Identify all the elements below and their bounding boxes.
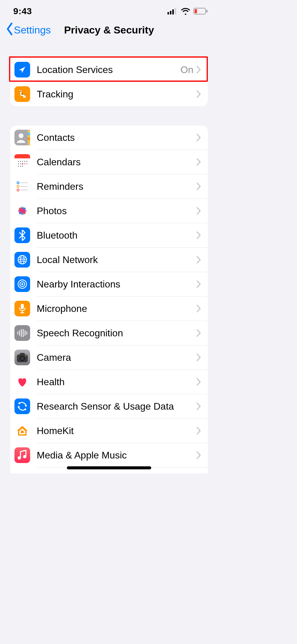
svg-rect-10 (28, 138, 30, 140)
svg-point-19 (27, 161, 27, 162)
homekit-icon (14, 423, 30, 439)
svg-rect-14 (14, 157, 30, 158)
section-app-permissions: ContactsCalendarsRemindersPhotosBluetoot… (10, 125, 208, 474)
svg-point-72 (18, 456, 21, 460)
row-label: Camera (37, 352, 196, 363)
music-icon (14, 447, 30, 463)
chevron-right-icon (196, 207, 201, 215)
page-title: Privacy & Security (64, 24, 154, 36)
settings-row-microphone[interactable]: Microphone (10, 297, 208, 321)
status-indicators (167, 8, 208, 15)
location-arrow-icon (14, 62, 30, 78)
microphone-icon (14, 301, 30, 316)
camera-icon (14, 350, 30, 365)
chevron-right-icon (196, 158, 201, 166)
status-bar: 9:43 (0, 0, 218, 19)
settings-row-bluetooth[interactable]: Bluetooth (10, 223, 208, 247)
row-label: Reminders (37, 181, 196, 192)
settings-row-nearby-interactions[interactable]: Nearby Interactions (10, 272, 208, 296)
row-label: Bluetooth (37, 230, 196, 241)
nav-header: Settings Privacy & Security (0, 19, 218, 43)
settings-row-calendars[interactable]: Calendars (10, 150, 208, 174)
settings-row-tracking[interactable]: Tracking (10, 82, 208, 106)
files-icon (14, 472, 30, 474)
svg-point-73 (23, 455, 27, 458)
row-label: Location Services (37, 64, 180, 75)
chevron-right-icon (196, 451, 201, 459)
settings-row-research-sensor-usage-data[interactable]: Research Sensor & Usage Data (10, 394, 208, 418)
row-label: Nearby Interactions (37, 279, 196, 290)
settings-row-camera[interactable]: Camera (10, 345, 208, 370)
settings-row-location-services[interactable]: Location ServicesOn (10, 58, 208, 82)
health-icon (14, 374, 30, 390)
svg-point-49 (21, 283, 23, 285)
svg-point-20 (18, 163, 19, 164)
svg-point-64 (25, 355, 27, 356)
row-label: Calendars (37, 157, 196, 168)
chevron-left-icon (5, 23, 14, 38)
svg-point-22 (24, 163, 25, 164)
row-value: On (180, 64, 193, 75)
settings-row-contacts[interactable]: Contacts (10, 125, 208, 150)
svg-point-67 (25, 405, 27, 407)
back-label: Settings (14, 24, 51, 36)
back-button[interactable]: Settings (5, 23, 51, 38)
svg-point-11 (19, 133, 23, 138)
settings-row-health[interactable]: Health (10, 370, 208, 394)
chevron-right-icon (196, 134, 201, 141)
contacts-icon (14, 130, 30, 145)
svg-point-27 (22, 163, 23, 165)
row-label: Local Network (37, 254, 196, 265)
svg-point-26 (22, 166, 23, 167)
bluetooth-icon (14, 227, 30, 243)
row-label: Microphone (37, 303, 196, 314)
row-label: Photos (37, 205, 196, 217)
tracking-icon (14, 86, 30, 102)
chevron-right-icon (196, 427, 201, 435)
svg-point-66 (18, 402, 20, 404)
chevron-right-icon (196, 231, 201, 239)
section-location-tracking: Location ServicesOnTracking (10, 58, 208, 106)
settings-row-reminders[interactable]: Reminders (10, 174, 208, 198)
chevron-right-icon (196, 90, 201, 98)
svg-rect-50 (21, 304, 24, 309)
battery-low-icon (193, 8, 208, 15)
svg-rect-1 (170, 11, 171, 14)
svg-point-25 (20, 166, 21, 167)
row-label: Speech Recognition (37, 328, 196, 339)
svg-rect-5 (206, 10, 208, 12)
svg-point-18 (24, 161, 25, 162)
svg-point-17 (22, 161, 23, 162)
chevron-right-icon (196, 305, 201, 312)
svg-rect-3 (175, 8, 176, 14)
svg-rect-9 (28, 133, 30, 135)
svg-point-21 (20, 163, 21, 164)
svg-rect-74 (14, 472, 30, 474)
cellular-icon (167, 8, 178, 14)
calendars-icon (14, 154, 30, 170)
globe-icon (14, 252, 30, 268)
photos-icon (14, 203, 30, 219)
settings-row-local-network[interactable]: Local Network (10, 248, 208, 272)
svg-rect-2 (172, 9, 174, 14)
svg-rect-61 (20, 353, 25, 355)
wifi-icon (181, 8, 190, 15)
svg-point-68 (24, 408, 26, 410)
settings-row-photos[interactable]: Photos (10, 199, 208, 223)
svg-point-24 (18, 166, 19, 167)
reminders-icon (14, 179, 30, 194)
row-label: Research Sensor & Usage Data (37, 401, 196, 412)
settings-row-speech-recognition[interactable]: Speech Recognition (10, 321, 208, 345)
chevron-right-icon (196, 354, 201, 361)
chevron-right-icon (196, 256, 201, 264)
settings-row-homekit[interactable]: HomeKit (10, 419, 208, 443)
home-indicator[interactable] (67, 466, 151, 469)
svg-rect-0 (167, 12, 169, 14)
settings-row-media-apple-music[interactable]: Media & Apple Music (10, 443, 208, 467)
chevron-right-icon (196, 66, 201, 74)
svg-rect-6 (195, 9, 197, 13)
chevron-right-icon (196, 378, 201, 386)
svg-point-16 (20, 161, 21, 162)
row-label: Media & Apple Music (37, 450, 196, 461)
svg-point-15 (18, 161, 19, 162)
